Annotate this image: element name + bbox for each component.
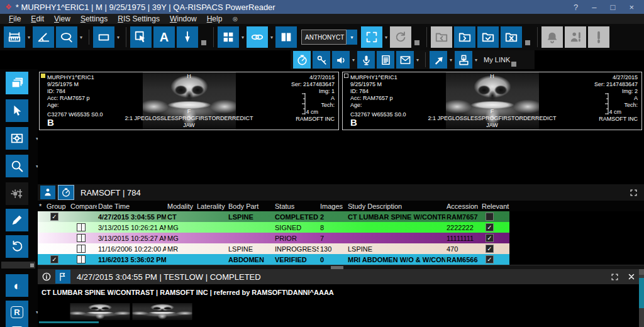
invert-button[interactable]: ◐ xyxy=(6,274,28,297)
undo-button[interactable] xyxy=(390,26,411,48)
relevant-checkbox[interactable]: ✓ xyxy=(486,234,494,242)
pointer-tool-button[interactable] xyxy=(6,99,28,122)
study-row-1[interactable]: ✓ 4/27/2015 3:04:55 PM CT LSPINE COMPLET… xyxy=(38,211,509,222)
share-study-button[interactable] xyxy=(430,51,447,69)
relevant-checkbox[interactable]: ✓ xyxy=(486,245,494,253)
col-group[interactable]: Group xyxy=(45,202,69,210)
fullscreen-dropdown-caret[interactable]: ▾ xyxy=(385,35,387,40)
menu-view[interactable]: View xyxy=(54,14,70,23)
send-message-button[interactable] xyxy=(396,51,414,69)
rectangle-roi-button[interactable] xyxy=(93,26,114,48)
relevant-checkbox[interactable]: ✓ xyxy=(486,223,494,231)
link-series-button[interactable] xyxy=(247,26,268,48)
toolbar-grip[interactable] xyxy=(201,40,206,45)
measure-tool-button[interactable] xyxy=(4,26,25,48)
help-button[interactable]: ? xyxy=(574,3,578,12)
detail-vscrollbar[interactable] xyxy=(639,269,644,327)
menu-close-icon[interactable]: ⊗ xyxy=(232,15,238,23)
col-relevant[interactable]: Relevant P xyxy=(480,202,509,210)
timeline-button[interactable] xyxy=(58,186,74,199)
hanging-protocol-dropdown-button[interactable]: ▾ xyxy=(347,30,357,45)
fullscreen-button[interactable] xyxy=(361,26,382,48)
audio-playback-button[interactable] xyxy=(332,51,350,69)
select-region-button[interactable] xyxy=(130,26,152,48)
timer-button[interactable] xyxy=(293,51,311,69)
menu-window[interactable]: Window xyxy=(170,14,197,23)
probe-tool-button[interactable] xyxy=(6,209,28,231)
compare-icon[interactable] xyxy=(77,223,86,231)
menu-help[interactable]: Help xyxy=(207,14,223,23)
col-modality[interactable]: Modality xyxy=(166,202,196,210)
text-annotation-button[interactable]: A xyxy=(153,26,175,48)
toolbar-grip[interactable] xyxy=(525,40,530,45)
relevant-checkbox[interactable] xyxy=(486,213,494,221)
patient-studies-button[interactable] xyxy=(40,186,55,199)
dictation-button[interactable] xyxy=(357,51,375,69)
ellipse-roi-button[interactable] xyxy=(56,26,77,48)
audio-dropdown-caret[interactable]: ▾ xyxy=(352,57,355,63)
angle-tool-button[interactable] xyxy=(33,26,54,48)
sidebar-splitter[interactable] xyxy=(1,262,35,269)
col-priority[interactable]: * xyxy=(38,202,45,210)
pin-marker-button[interactable] xyxy=(177,26,198,48)
patient-alert-button[interactable] xyxy=(565,26,586,48)
vscroll-thumb[interactable] xyxy=(639,278,644,308)
col-datetime[interactable]: Date Time xyxy=(97,202,166,210)
export-dropdown-caret[interactable]: ▾ xyxy=(475,57,477,63)
zoom-tool-button[interactable]: ▾ xyxy=(6,155,28,177)
study-row-2[interactable]: 3/13/2015 10:26:21 AM MG SIGNED 8 222222… xyxy=(38,222,509,233)
col-description[interactable]: Study Description xyxy=(347,202,445,210)
viewer-cell-2[interactable]: H F MURPHY1^ERIC1 9/25/1975 M ID: 784 Ac… xyxy=(342,72,642,130)
panel-close-icon[interactable] xyxy=(628,273,635,280)
notifications-button[interactable] xyxy=(541,26,563,48)
compare-icon[interactable] xyxy=(77,245,86,253)
series-thumbnail-1[interactable] xyxy=(70,303,130,320)
viewer-cell-1[interactable]: H F MURPHY1^ERIC1 9/25/1975 M ID: 784 Ac… xyxy=(39,72,339,130)
minimize-button[interactable]: – xyxy=(592,3,596,12)
my-link-label[interactable]: My LINK xyxy=(484,56,510,64)
previous-study-button[interactable] xyxy=(431,26,452,48)
toolbar-grip[interactable] xyxy=(511,62,516,67)
rotate-right-button[interactable]: R▾ xyxy=(6,301,28,323)
next-study-button[interactable] xyxy=(454,26,475,48)
panel-expand-icon[interactable] xyxy=(611,273,619,281)
ellipse-dropdown-caret[interactable]: ▾ xyxy=(80,35,82,40)
maximize-button[interactable]: □ xyxy=(611,3,616,12)
col-status[interactable]: Status xyxy=(274,202,319,210)
study-row-5[interactable]: ✓ 11/6/2013 5:36:02 PM ABDOMEN VERIFIED … xyxy=(38,254,509,265)
close-study-button[interactable] xyxy=(501,26,522,48)
group-checkbox[interactable]: ✓ xyxy=(50,213,58,221)
reset-view-button[interactable] xyxy=(6,235,28,258)
report-button[interactable] xyxy=(377,51,394,69)
col-accession[interactable]: Accession xyxy=(445,202,480,210)
col-images[interactable]: Images xyxy=(319,202,347,210)
measure-dropdown-caret[interactable]: ▾ xyxy=(28,35,30,40)
layout-dropdown-caret[interactable]: ▾ xyxy=(242,35,244,40)
window-level-button[interactable]: ▾ xyxy=(6,127,28,150)
relevant-checkbox[interactable]: ✓ xyxy=(486,255,494,263)
key-image-button[interactable] xyxy=(313,51,330,69)
stack-scroll-button[interactable] xyxy=(6,72,28,94)
vscroll-up[interactable] xyxy=(639,269,644,275)
open-report-button[interactable] xyxy=(55,270,70,284)
col-laterality[interactable]: Laterality xyxy=(196,202,227,210)
study-row-3[interactable]: 3/13/2015 10:25:27 AM MG PRIOR 7 1111111… xyxy=(38,233,509,243)
message-dropdown-caret[interactable]: ▾ xyxy=(416,57,419,63)
compare-icon[interactable] xyxy=(77,255,86,263)
series-thumbnail-2[interactable] xyxy=(133,303,192,320)
mark-read-button[interactable] xyxy=(477,26,499,48)
panel-expand-icon[interactable] xyxy=(630,189,638,197)
link-dropdown-caret[interactable]: ▾ xyxy=(270,35,273,40)
share-dropdown-caret[interactable]: ▾ xyxy=(450,57,452,63)
stat-alert-button[interactable] xyxy=(588,26,609,48)
menu-settings[interactable]: Settings xyxy=(80,14,108,23)
menu-file[interactable]: File xyxy=(9,14,21,23)
hanging-protocol-select[interactable]: ANTHONYCT xyxy=(301,30,347,45)
compare-icon[interactable] xyxy=(77,234,86,242)
export-button[interactable] xyxy=(455,51,472,69)
layout-grid-button[interactable] xyxy=(218,26,239,48)
group-checkbox[interactable]: ✓ xyxy=(50,255,58,263)
close-button[interactable]: × xyxy=(629,3,634,12)
menu-ris-settings[interactable]: RIS Settings xyxy=(118,14,160,23)
menu-edit[interactable]: Edit xyxy=(31,14,44,23)
